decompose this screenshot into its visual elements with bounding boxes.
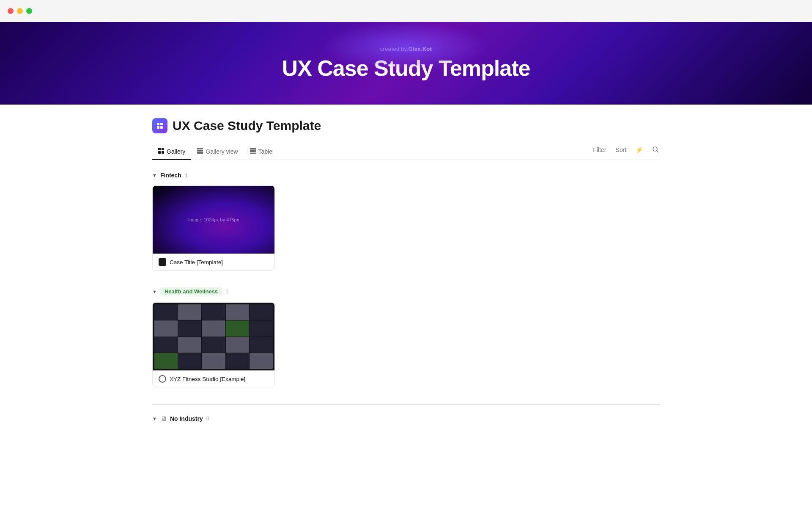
card-image-fitness <box>153 303 274 370</box>
page-title-row: UX Case Study Template <box>152 118 660 133</box>
toolbar-right: Filter Sort ⚡ <box>592 144 660 159</box>
hero-banner: created by.Olex.Kot UX Case Study Templa… <box>0 22 812 105</box>
card-footer-fitness: XYZ Fitness Studio [Example] <box>153 370 274 387</box>
main-content: UX Case Study Template Gallery <box>127 105 685 442</box>
svg-rect-10 <box>197 150 203 152</box>
search-icon <box>652 146 659 154</box>
no-industry-monitor-icon: 🖥 <box>160 415 167 422</box>
svg-rect-4 <box>160 126 163 129</box>
filter-button[interactable]: Filter <box>592 145 607 155</box>
svg-rect-12 <box>250 148 256 149</box>
svg-rect-8 <box>162 151 164 154</box>
divider <box>152 404 660 405</box>
fullscreen-button[interactable] <box>26 8 32 14</box>
group-label-fintech: Fintech <box>160 172 181 179</box>
svg-rect-2 <box>160 123 163 125</box>
chevron-down-icon-health: ▼ <box>152 289 157 294</box>
svg-line-17 <box>657 151 658 152</box>
page-title: UX Case Study Template <box>173 119 321 133</box>
group-count-fintech: 1 <box>185 172 188 179</box>
svg-rect-3 <box>157 126 159 129</box>
chevron-down-icon: ▼ <box>152 173 157 178</box>
svg-point-16 <box>653 147 657 151</box>
chevron-down-icon-no-industry: ▼ <box>152 416 157 421</box>
svg-rect-9 <box>197 148 203 149</box>
svg-rect-15 <box>250 153 256 154</box>
tab-gallery-label: Gallery <box>167 148 185 155</box>
image-placeholder-text: Image: 1024px by 475px <box>188 217 239 222</box>
tab-table[interactable]: Table <box>244 144 278 160</box>
table-tab-icon <box>250 148 256 155</box>
sort-button[interactable]: Sort <box>614 145 627 155</box>
tab-table-label: Table <box>258 148 272 155</box>
svg-rect-14 <box>250 151 256 152</box>
titlebar <box>0 0 812 22</box>
svg-rect-1 <box>157 123 159 125</box>
card-title-fintech: Case Title [Template] <box>170 259 223 265</box>
svg-rect-6 <box>162 148 164 150</box>
group-count-health-wellness: 1 <box>225 288 228 295</box>
tab-gallery-view[interactable]: Gallery view <box>191 144 244 160</box>
filter-label: Filter <box>593 146 606 153</box>
svg-rect-7 <box>158 151 161 154</box>
tab-gallery-view-label: Gallery view <box>206 148 238 155</box>
gallery-tab-icon <box>158 148 164 155</box>
group-header-fintech[interactable]: ▼ Fintech 1 <box>152 172 660 179</box>
group-label-health-wellness: Health and Wellness <box>160 287 222 295</box>
search-button[interactable] <box>651 144 660 156</box>
card-title-fitness: XYZ Fitness Studio [Example] <box>170 376 245 382</box>
card-footer-icon-fitness <box>159 375 166 383</box>
svg-rect-13 <box>250 149 256 151</box>
gallery-view-tab-icon <box>197 148 203 155</box>
svg-rect-0 <box>155 121 165 130</box>
fitness-grid <box>153 303 274 370</box>
page-icon <box>152 118 167 133</box>
hero-title: UX Case Study Template <box>282 55 530 81</box>
card-xyz-fitness[interactable]: XYZ Fitness Studio [Example] <box>152 302 275 387</box>
tabs-left: Gallery Gallery view <box>152 144 278 160</box>
group-label-no-industry: No Industry <box>170 415 203 422</box>
group-header-health-wellness[interactable]: ▼ Health and Wellness 1 <box>152 287 660 295</box>
svg-rect-5 <box>158 148 161 150</box>
group-header-no-industry[interactable]: ▼ 🖥 No Industry 0 <box>152 415 660 422</box>
card-footer-fintech: Case Title [Template] <box>153 254 274 270</box>
card-footer-icon-fintech <box>159 258 166 266</box>
hero-created-by: created by.Olex.Kot <box>380 46 432 52</box>
minimize-button[interactable] <box>17 8 23 14</box>
tab-gallery[interactable]: Gallery <box>152 144 191 160</box>
lightning-button[interactable]: ⚡ <box>635 145 644 155</box>
sort-label: Sort <box>615 146 626 153</box>
card-case-title-template[interactable]: Image: 1024px by 475px Case Title [Templ… <box>152 185 275 271</box>
tabs-toolbar-row: Gallery Gallery view <box>152 144 660 160</box>
health-wellness-cards-row: XYZ Fitness Studio [Example] <box>152 302 660 387</box>
fintech-cards-row: Image: 1024px by 475px Case Title [Templ… <box>152 185 660 271</box>
group-count-no-industry: 0 <box>206 415 209 422</box>
lightning-icon: ⚡ <box>636 146 643 153</box>
card-image-fintech: Image: 1024px by 475px <box>153 186 274 254</box>
svg-rect-11 <box>197 152 203 154</box>
close-button[interactable] <box>8 8 14 14</box>
